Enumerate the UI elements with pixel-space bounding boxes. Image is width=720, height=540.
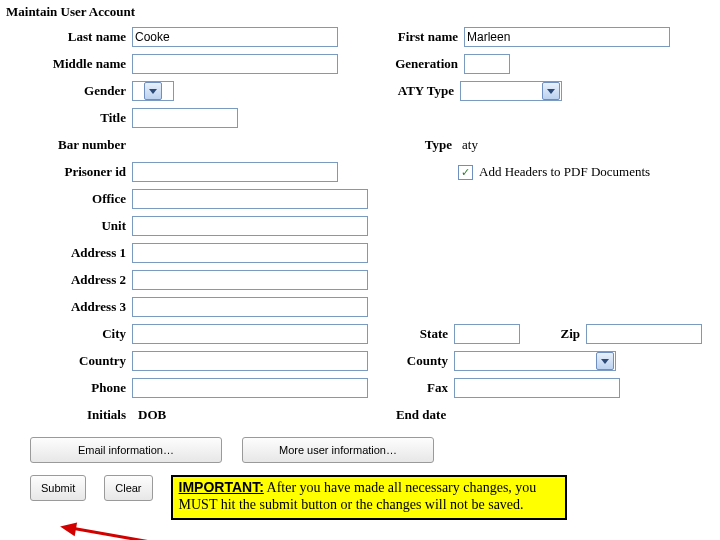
- fax-label: Fax: [388, 380, 454, 396]
- address3-input[interactable]: [132, 297, 368, 317]
- title-input[interactable]: [132, 108, 238, 128]
- add-headers-checkbox[interactable]: ✓: [458, 165, 473, 180]
- phone-label: Phone: [6, 380, 132, 396]
- last-name-label: Last name: [6, 29, 132, 45]
- important-note: IMPORTANT: After you have made all neces…: [171, 475, 567, 520]
- zip-label: Zip: [540, 326, 586, 342]
- state-label: State: [388, 326, 454, 342]
- add-headers-label: Add Headers to PDF Documents: [479, 164, 650, 180]
- unit-label: Unit: [6, 218, 132, 234]
- clear-button[interactable]: Clear: [104, 475, 152, 501]
- office-input[interactable]: [132, 189, 368, 209]
- chevron-down-icon: [596, 352, 614, 370]
- red-arrow-icon: [74, 527, 164, 530]
- phone-input[interactable]: [132, 378, 368, 398]
- city-input[interactable]: [132, 324, 368, 344]
- submit-button[interactable]: Submit: [30, 475, 86, 501]
- address1-input[interactable]: [132, 243, 368, 263]
- prisoner-id-label: Prisoner id: [6, 164, 132, 180]
- last-name-input[interactable]: [132, 27, 338, 47]
- country-label: Country: [6, 353, 132, 369]
- state-input[interactable]: [454, 324, 520, 344]
- gender-label: Gender: [6, 83, 132, 99]
- country-input[interactable]: [132, 351, 368, 371]
- dob-label: DOB: [132, 407, 166, 423]
- more-user-info-button[interactable]: More user information…: [242, 437, 434, 463]
- aty-type-select[interactable]: [460, 81, 562, 101]
- fax-input[interactable]: [454, 378, 620, 398]
- address3-label: Address 3: [6, 299, 132, 315]
- zip-input[interactable]: [586, 324, 702, 344]
- unit-input[interactable]: [132, 216, 368, 236]
- first-name-label: First name: [368, 29, 464, 45]
- address2-input[interactable]: [132, 270, 368, 290]
- page-title: Maintain User Account: [0, 0, 720, 26]
- chevron-down-icon: [144, 82, 162, 100]
- end-date-label: End date: [356, 407, 452, 423]
- middle-name-label: Middle name: [6, 56, 132, 72]
- initials-label: Initials: [6, 407, 132, 423]
- email-info-button[interactable]: Email information…: [30, 437, 222, 463]
- chevron-down-icon: [542, 82, 560, 100]
- bar-number-label: Bar number: [6, 137, 132, 153]
- type-value: aty: [458, 137, 478, 153]
- middle-name-input[interactable]: [132, 54, 338, 74]
- prisoner-id-input[interactable]: [132, 162, 338, 182]
- office-label: Office: [6, 191, 132, 207]
- generation-label: Generation: [368, 56, 464, 72]
- first-name-input[interactable]: [464, 27, 670, 47]
- title-label: Title: [6, 110, 132, 126]
- county-label: County: [388, 353, 454, 369]
- address1-label: Address 1: [6, 245, 132, 261]
- user-form: Last name First name Middle name Generat…: [0, 26, 720, 426]
- address2-label: Address 2: [6, 272, 132, 288]
- generation-input[interactable]: [464, 54, 510, 74]
- county-select[interactable]: [454, 351, 616, 371]
- gender-select[interactable]: [132, 81, 174, 101]
- type-label: Type: [362, 137, 458, 153]
- note-prefix: IMPORTANT:: [179, 479, 264, 495]
- city-label: City: [6, 326, 132, 342]
- aty-type-label: ATY Type: [364, 83, 460, 99]
- checkmark-icon: ✓: [461, 167, 470, 178]
